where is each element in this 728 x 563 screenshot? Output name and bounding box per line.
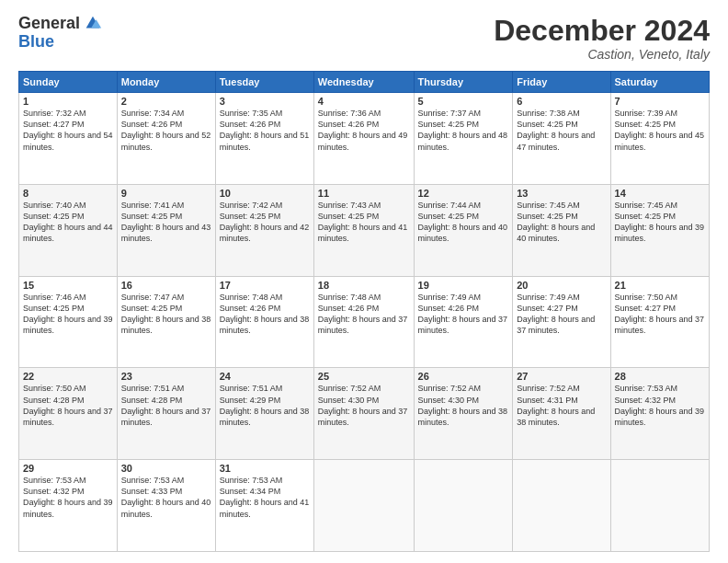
calendar-cell: 21Sunrise: 7:50 AMSunset: 4:27 PMDayligh… <box>610 276 709 368</box>
calendar-cell: 20Sunrise: 7:49 AMSunset: 4:27 PMDayligh… <box>513 276 610 368</box>
day-info: Sunrise: 7:45 AMSunset: 4:25 PMDaylight:… <box>517 200 606 245</box>
calendar-cell: 9Sunrise: 7:41 AMSunset: 4:25 PMDaylight… <box>117 184 215 276</box>
calendar-cell: 19Sunrise: 7:49 AMSunset: 4:26 PMDayligh… <box>414 276 513 368</box>
calendar-cell: 7Sunrise: 7:39 AMSunset: 4:25 PMDaylight… <box>610 93 709 185</box>
day-info: Sunrise: 7:50 AMSunset: 4:27 PMDaylight:… <box>615 292 705 337</box>
weekday-wednesday: Wednesday <box>313 72 414 93</box>
weekday-thursday: Thursday <box>414 72 513 93</box>
day-number: 28 <box>615 371 705 382</box>
logo: General Blue <box>18 15 103 52</box>
page: General Blue December 2024 Castion, Vene… <box>0 0 728 563</box>
day-number: 4 <box>318 96 410 107</box>
calendar-table: SundayMondayTuesdayWednesdayThursdayFrid… <box>18 71 710 552</box>
calendar-cell: 26Sunrise: 7:52 AMSunset: 4:30 PMDayligh… <box>414 368 513 460</box>
day-info: Sunrise: 7:43 AMSunset: 4:25 PMDaylight:… <box>318 200 410 245</box>
day-info: Sunrise: 7:46 AMSunset: 4:25 PMDaylight:… <box>23 292 113 337</box>
week-row-3: 22Sunrise: 7:50 AMSunset: 4:28 PMDayligh… <box>19 368 710 460</box>
weekday-sunday: Sunday <box>19 72 118 93</box>
weekday-saturday: Saturday <box>610 72 709 93</box>
day-number: 12 <box>418 188 509 199</box>
day-info: Sunrise: 7:52 AMSunset: 4:30 PMDaylight:… <box>418 383 509 428</box>
day-info: Sunrise: 7:52 AMSunset: 4:30 PMDaylight:… <box>318 383 410 428</box>
header: General Blue December 2024 Castion, Vene… <box>18 15 710 62</box>
logo-general: General <box>18 15 80 33</box>
day-info: Sunrise: 7:39 AMSunset: 4:25 PMDaylight:… <box>615 108 705 153</box>
day-info: Sunrise: 7:42 AMSunset: 4:25 PMDaylight:… <box>220 200 310 245</box>
day-info: Sunrise: 7:36 AMSunset: 4:26 PMDaylight:… <box>318 108 410 153</box>
calendar-body: 1Sunrise: 7:32 AMSunset: 4:27 PMDaylight… <box>19 93 710 552</box>
day-info: Sunrise: 7:53 AMSunset: 4:32 PMDaylight:… <box>615 383 705 428</box>
calendar-cell: 8Sunrise: 7:40 AMSunset: 4:25 PMDaylight… <box>19 184 118 276</box>
day-info: Sunrise: 7:52 AMSunset: 4:31 PMDaylight:… <box>517 383 606 428</box>
month-title: December 2024 <box>494 15 710 47</box>
day-info: Sunrise: 7:48 AMSunset: 4:26 PMDaylight:… <box>318 292 410 337</box>
day-number: 18 <box>318 280 410 291</box>
day-number: 3 <box>220 96 310 107</box>
calendar-cell: 24Sunrise: 7:51 AMSunset: 4:29 PMDayligh… <box>215 368 313 460</box>
day-info: Sunrise: 7:50 AMSunset: 4:28 PMDaylight:… <box>23 383 113 428</box>
calendar-cell: 13Sunrise: 7:45 AMSunset: 4:25 PMDayligh… <box>513 184 610 276</box>
day-number: 15 <box>23 280 113 291</box>
day-number: 17 <box>220 280 310 291</box>
week-row-0: 1Sunrise: 7:32 AMSunset: 4:27 PMDaylight… <box>19 93 710 185</box>
day-number: 23 <box>121 371 211 382</box>
day-info: Sunrise: 7:34 AMSunset: 4:26 PMDaylight:… <box>121 108 211 153</box>
day-number: 31 <box>220 463 310 474</box>
calendar-cell <box>414 460 513 552</box>
calendar-cell: 22Sunrise: 7:50 AMSunset: 4:28 PMDayligh… <box>19 368 118 460</box>
day-number: 7 <box>615 96 705 107</box>
day-number: 21 <box>615 280 705 291</box>
day-number: 29 <box>23 463 113 474</box>
week-row-4: 29Sunrise: 7:53 AMSunset: 4:32 PMDayligh… <box>19 460 710 552</box>
calendar-cell: 11Sunrise: 7:43 AMSunset: 4:25 PMDayligh… <box>313 184 414 276</box>
calendar-cell: 5Sunrise: 7:37 AMSunset: 4:25 PMDaylight… <box>414 93 513 185</box>
calendar-cell <box>313 460 414 552</box>
day-number: 20 <box>517 280 606 291</box>
day-info: Sunrise: 7:40 AMSunset: 4:25 PMDaylight:… <box>23 200 113 245</box>
weekday-monday: Monday <box>117 72 215 93</box>
logo-text: General Blue <box>18 15 103 52</box>
calendar-cell: 31Sunrise: 7:53 AMSunset: 4:34 PMDayligh… <box>215 460 313 552</box>
day-info: Sunrise: 7:45 AMSunset: 4:25 PMDaylight:… <box>615 200 705 245</box>
calendar-cell: 1Sunrise: 7:32 AMSunset: 4:27 PMDaylight… <box>19 93 118 185</box>
calendar-cell: 16Sunrise: 7:47 AMSunset: 4:25 PMDayligh… <box>117 276 215 368</box>
calendar-cell: 27Sunrise: 7:52 AMSunset: 4:31 PMDayligh… <box>513 368 610 460</box>
logo-blue: Blue <box>18 33 103 52</box>
day-info: Sunrise: 7:51 AMSunset: 4:29 PMDaylight:… <box>220 383 310 428</box>
day-number: 14 <box>615 188 705 199</box>
day-number: 16 <box>121 280 211 291</box>
day-number: 5 <box>418 96 509 107</box>
calendar-cell: 14Sunrise: 7:45 AMSunset: 4:25 PMDayligh… <box>610 184 709 276</box>
day-number: 9 <box>121 188 211 199</box>
day-info: Sunrise: 7:32 AMSunset: 4:27 PMDaylight:… <box>23 108 113 153</box>
week-row-2: 15Sunrise: 7:46 AMSunset: 4:25 PMDayligh… <box>19 276 710 368</box>
week-row-1: 8Sunrise: 7:40 AMSunset: 4:25 PMDaylight… <box>19 184 710 276</box>
calendar-cell: 28Sunrise: 7:53 AMSunset: 4:32 PMDayligh… <box>610 368 709 460</box>
weekday-tuesday: Tuesday <box>215 72 313 93</box>
day-info: Sunrise: 7:38 AMSunset: 4:25 PMDaylight:… <box>517 108 606 153</box>
calendar-cell: 23Sunrise: 7:51 AMSunset: 4:28 PMDayligh… <box>117 368 215 460</box>
day-number: 27 <box>517 371 606 382</box>
day-number: 11 <box>318 188 410 199</box>
day-number: 22 <box>23 371 113 382</box>
calendar-cell: 6Sunrise: 7:38 AMSunset: 4:25 PMDaylight… <box>513 93 610 185</box>
day-info: Sunrise: 7:35 AMSunset: 4:26 PMDaylight:… <box>220 108 310 153</box>
day-info: Sunrise: 7:53 AMSunset: 4:34 PMDaylight:… <box>220 475 310 520</box>
calendar-cell <box>513 460 610 552</box>
calendar-cell: 2Sunrise: 7:34 AMSunset: 4:26 PMDaylight… <box>117 93 215 185</box>
weekday-header-row: SundayMondayTuesdayWednesdayThursdayFrid… <box>19 72 710 93</box>
day-number: 1 <box>23 96 113 107</box>
calendar-cell <box>610 460 709 552</box>
calendar-cell: 3Sunrise: 7:35 AMSunset: 4:26 PMDaylight… <box>215 93 313 185</box>
day-number: 10 <box>220 188 310 199</box>
day-info: Sunrise: 7:47 AMSunset: 4:25 PMDaylight:… <box>121 292 211 337</box>
weekday-friday: Friday <box>513 72 610 93</box>
logo-icon <box>83 13 103 33</box>
day-number: 25 <box>318 371 410 382</box>
day-number: 30 <box>121 463 211 474</box>
calendar-cell: 15Sunrise: 7:46 AMSunset: 4:25 PMDayligh… <box>19 276 118 368</box>
day-info: Sunrise: 7:53 AMSunset: 4:32 PMDaylight:… <box>23 475 113 520</box>
day-info: Sunrise: 7:49 AMSunset: 4:26 PMDaylight:… <box>418 292 509 337</box>
day-number: 2 <box>121 96 211 107</box>
location-subtitle: Castion, Veneto, Italy <box>494 47 710 62</box>
